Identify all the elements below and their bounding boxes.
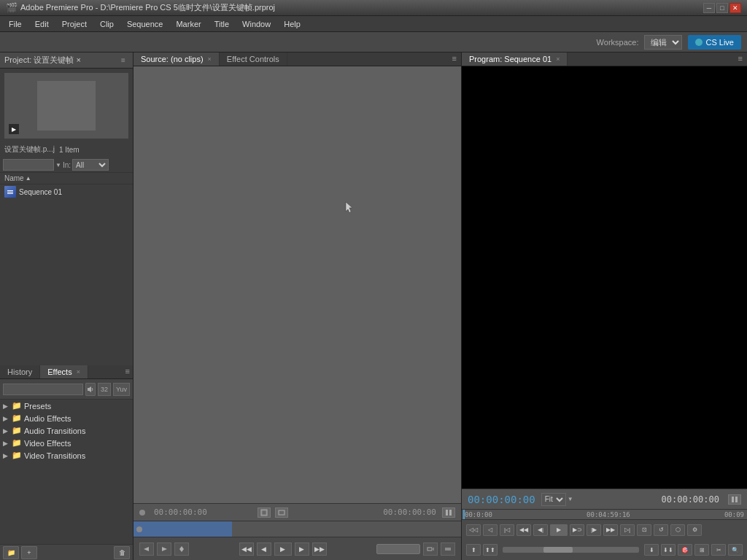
menu-edit[interactable]: Edit (29, 18, 55, 30)
prog-play-in-out[interactable]: ▶⊃ (570, 524, 584, 536)
program-ctrl-row1: ◁◁ ◁ |◁ ◀◀ ◀| ▶ ▶⊃ |▶ ▶▶ ▷| ⊡ ↺ ⬡ ⚙ (462, 520, 747, 540)
program-scrubber[interactable]: 00:0:00 00:04:59:16 00:09 (462, 509, 747, 519)
effects-tab-close-icon[interactable]: × (77, 368, 80, 376)
tab-history[interactable]: History (0, 365, 40, 378)
list-item[interactable]: Sequence 01 (0, 184, 133, 199)
effects-search-input[interactable] (3, 384, 83, 395)
settings-icon[interactable] (442, 508, 455, 518)
mark-out-btn[interactable] (157, 542, 171, 556)
prog-lift[interactable]: ⬆ (466, 544, 481, 556)
play-stop-btn[interactable]: ▶ (274, 542, 292, 556)
source-monitor-icons (258, 508, 288, 518)
prog-to-end[interactable]: ▷| (620, 524, 635, 536)
effects-folder-video-transitions: ▶ 📁 Video Transitions (0, 449, 133, 462)
prog-safe[interactable]: ⊡ (637, 524, 651, 536)
source-tab-close-icon[interactable]: × (208, 55, 212, 63)
source-monitor: 00:00:00:00 00:00:00:00 (133, 66, 461, 560)
play-button-small[interactable]: ▶ (9, 124, 19, 134)
output-btn[interactable] (275, 508, 288, 518)
video-effects-expand-arrow: ▶ (3, 440, 8, 447)
insert-btn[interactable] (423, 542, 438, 556)
program-playhead (463, 510, 465, 519)
new-folder-btn[interactable]: 📁 (3, 546, 19, 559)
menu-marker[interactable]: Marker (170, 18, 206, 30)
minimize-button[interactable]: ─ (703, 3, 715, 13)
video-effects-folder-icon: 📁 (12, 438, 22, 448)
to-start-btn[interactable]: ◀◀ (239, 542, 254, 556)
close-button[interactable]: ✕ (729, 3, 741, 13)
presets-folder-header[interactable]: ▶ 📁 Presets (0, 400, 133, 412)
workspace-select[interactable]: 编辑 (644, 35, 682, 50)
maximize-button[interactable]: □ (716, 3, 728, 13)
effects-yuv-btn[interactable]: Yuv (113, 383, 130, 396)
tab-program[interactable]: Program: Sequence 01 × (462, 52, 568, 66)
prog-slider[interactable] (503, 547, 639, 553)
panel-menu-bottom[interactable]: ≡ (123, 365, 133, 378)
program-ctrl-row2: ⬆ ⬆⬆ ⬇ ⬇⬇ 🎯 ⊞ ✂ 🔍 (462, 540, 747, 561)
menu-help[interactable]: Help (278, 18, 306, 30)
project-search-input[interactable] (3, 159, 54, 171)
fit-selector: Fit ▼ (541, 493, 573, 506)
menu-sequence[interactable]: Sequence (121, 18, 169, 30)
program-monitor: 00:00:00:00 Fit ▼ 00:00:00:00 00:0:00 00… (462, 66, 747, 560)
prog-loop[interactable]: ↺ (654, 524, 668, 536)
source-screen (133, 66, 461, 503)
menu-project[interactable]: Project (56, 18, 93, 30)
prog-match-frame[interactable]: 🎯 (678, 544, 692, 556)
prog-snap[interactable]: ⬡ (670, 524, 685, 536)
menu-file[interactable]: File (3, 18, 28, 30)
prog-step-fwd[interactable]: |▶ (587, 524, 601, 536)
search-dropdown-arrow[interactable]: ▼ (55, 162, 61, 168)
panel-menu-icon[interactable]: ≡ (118, 55, 128, 66)
prog-to-start[interactable]: |◁ (500, 524, 514, 536)
delete-btn[interactable]: 🗑 (114, 546, 130, 559)
audio-effects-folder-header[interactable]: ▶ 📁 Audio Effects (0, 412, 133, 424)
menu-window[interactable]: Window (236, 18, 276, 30)
prog-rewind[interactable]: ◀◀ (516, 524, 531, 536)
program-tab-close-icon[interactable]: × (556, 55, 560, 63)
audio-transitions-folder-header[interactable]: ▶ 📁 Audio Transitions (0, 424, 133, 437)
step-fwd-btn[interactable]: ▶ (295, 542, 309, 556)
prog-settings[interactable]: ⚙ (687, 524, 702, 536)
to-end-btn[interactable]: ▶▶ (312, 542, 327, 556)
menu-title[interactable]: Title (209, 18, 235, 30)
workspace-label: Workspace: (597, 38, 639, 47)
settings-btn[interactable] (728, 494, 741, 505)
tab-effects[interactable]: Effects × (40, 365, 88, 378)
menu-clip[interactable]: Clip (94, 18, 120, 30)
program-timecode-blue: 00:00:00:00 (468, 494, 535, 505)
cs-live-button[interactable]: CS Live (688, 35, 741, 50)
safe-margins-btn[interactable] (258, 508, 271, 518)
svg-rect-5 (279, 510, 285, 515)
prog-trim[interactable]: ✂ (711, 544, 726, 556)
name-column-header[interactable]: Name ▲ (4, 174, 128, 182)
svg-rect-10 (732, 497, 734, 502)
mark-in-btn[interactable] (139, 542, 154, 556)
video-effects-folder-header[interactable]: ▶ 📁 Video Effects (0, 437, 133, 449)
overwrite-btn[interactable] (441, 542, 455, 556)
prog-shuttle-left[interactable]: ◁◁ (466, 524, 481, 536)
jog-wheel[interactable] (376, 544, 420, 554)
video-transitions-folder-header[interactable]: ▶ 📁 Video Transitions (0, 449, 133, 462)
prog-extract[interactable]: ⬆⬆ (483, 544, 498, 556)
prog-overwrite[interactable]: ⬇⬇ (661, 544, 676, 556)
add-marker-btn[interactable] (174, 542, 189, 556)
prog-play[interactable]: ▶ (550, 524, 568, 536)
effects-32bit-btn[interactable]: 32 (98, 383, 111, 396)
program-panel-menu[interactable]: ≡ (734, 52, 747, 66)
prog-multi-cam[interactable]: ⊞ (694, 544, 709, 556)
source-panel-menu[interactable]: ≡ (448, 52, 461, 66)
prog-step-back[interactable]: ◀| (533, 524, 548, 536)
fit-select[interactable]: Fit (541, 493, 566, 506)
tab-effect-controls[interactable]: Effect Controls (220, 52, 287, 66)
new-item-btn[interactable]: + (21, 546, 37, 559)
in-select[interactable]: All (72, 159, 109, 171)
prog-1-back[interactable]: ◁ (483, 524, 498, 536)
step-back-btn[interactable]: ◀ (257, 542, 271, 556)
prog-insert[interactable]: ⬇ (644, 544, 659, 556)
prog-zoom[interactable]: 🔍 (728, 544, 743, 556)
source-timeline-scrubber[interactable] (133, 521, 461, 537)
effects-audio-btn[interactable] (85, 383, 96, 396)
tab-source[interactable]: Source: (no clips) × (133, 52, 220, 66)
prog-fast-fwd[interactable]: ▶▶ (603, 524, 618, 536)
